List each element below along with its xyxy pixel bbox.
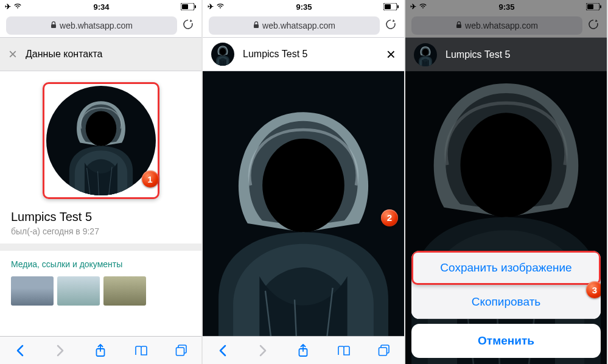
sheet-group: Сохранить изображение Скопировать 3 [411,251,601,319]
contact-card: 1 Lumpics Test 5 был(-а) сегодня в 9:27 [0,71,201,243]
media-thumb[interactable] [57,276,100,306]
lock-icon [456,21,462,30]
media-thumb[interactable] [11,276,54,306]
contact-status: был(-а) сегодня в 9:27 [11,226,190,236]
svg-rect-5 [195,5,196,9]
status-bar: ✈︎ 9:35 [405,0,607,13]
avatar-highlight: 1 [43,82,159,199]
status-bar: ✈︎ 9:34 [0,0,201,13]
url-box[interactable]: web.whatsapp.com [209,16,380,35]
svg-rect-4 [182,4,188,9]
svg-rect-16 [379,348,386,355]
bookmarks-icon[interactable] [337,343,351,358]
url-text: web.whatsapp.com [262,21,335,30]
save-image-button[interactable]: Сохранить изображение [411,251,601,285]
media-title: Медиа, ссылки и документы [11,259,190,269]
url-bar: web.whatsapp.com [0,13,201,38]
url-text: web.whatsapp.com [60,21,133,30]
step-badge-2: 2 [381,209,398,226]
viewer-title: Lumpics Test 5 [243,49,378,60]
refresh-icon[interactable] [385,18,398,33]
wifi-icon [216,2,225,11]
section-divider [0,243,201,251]
forward-icon[interactable] [256,343,270,358]
image-viewer[interactable]: 2 [203,71,404,364]
action-sheet: Сохранить изображение Скопировать 3 Отме… [411,251,601,358]
url-bar: web.whatsapp.com [405,13,607,38]
svg-rect-6 [51,24,56,28]
back-icon[interactable] [13,343,27,358]
forward-icon[interactable] [53,343,68,358]
contact-avatar[interactable] [46,86,156,195]
step-badge-1: 1 [142,170,159,187]
back-icon[interactable] [215,343,230,358]
airplane-icon: ✈︎ [5,2,11,11]
media-thumbs [11,276,190,306]
media-thumb[interactable] [103,276,146,306]
contact-name: Lumpics Test 5 [11,210,190,224]
tabs-icon[interactable] [174,343,189,358]
battery-icon [383,3,399,10]
status-bar: ✈︎ 9:35 [203,0,404,13]
wifi-icon [419,2,427,11]
contact-header: × Данные контакта [0,38,201,71]
svg-rect-9 [176,348,184,355]
screenshot-panel-1: ✈︎ 9:34 web.whatsapp.com × Данные контак… [0,0,203,364]
lock-icon [253,21,259,30]
share-icon[interactable] [93,343,108,358]
header-title: Данные контакта [26,49,193,60]
viewer-header: Lumpics Test 5 × [203,38,404,71]
svg-rect-19 [600,5,601,9]
safari-toolbar [203,336,404,364]
url-box: web.whatsapp.com [411,16,582,35]
refresh-icon[interactable] [182,18,195,33]
lock-icon [51,21,57,30]
bookmarks-icon[interactable] [134,343,149,358]
copy-button[interactable]: Скопировать [411,285,601,319]
url-bar: web.whatsapp.com [203,13,404,38]
close-icon[interactable]: × [386,45,396,64]
svg-rect-20 [456,24,461,28]
small-avatar [414,43,437,66]
battery-icon [586,3,602,10]
wifi-icon [13,2,22,11]
svg-rect-18 [587,4,593,9]
svg-rect-11 [385,4,391,9]
safari-toolbar [0,336,201,364]
close-icon[interactable]: × [9,46,17,63]
tabs-icon[interactable] [377,343,391,358]
url-box[interactable]: web.whatsapp.com [6,16,177,35]
battery-icon [181,3,197,10]
viewer-title: Lumpics Test 5 [446,49,598,60]
status-time: 9:35 [498,2,514,12]
screenshot-panel-2: ✈︎ 9:35 web.whatsapp.com Lumpics Test 5 … [203,0,405,364]
small-avatar[interactable] [211,43,234,66]
cancel-button[interactable]: Отменить [411,324,601,358]
url-text: web.whatsapp.com [465,21,538,30]
refresh-icon [587,18,601,33]
airplane-icon: ✈︎ [208,2,214,11]
status-left: ✈︎ [5,2,22,11]
svg-rect-12 [397,5,399,9]
step-badge-3: 3 [586,281,601,298]
media-section[interactable]: Медиа, ссылки и документы [0,251,201,314]
viewer-header-dim: Lumpics Test 5 [405,38,607,71]
status-right [181,3,197,10]
share-icon[interactable] [296,343,310,358]
screenshot-panel-3: ✈︎ 9:35 web.whatsapp.com Lumpics Test 5 … [405,0,608,364]
airplane-icon: ✈︎ [410,2,416,11]
status-time: 9:34 [93,2,109,12]
status-time: 9:35 [296,2,312,12]
svg-rect-13 [254,24,259,28]
